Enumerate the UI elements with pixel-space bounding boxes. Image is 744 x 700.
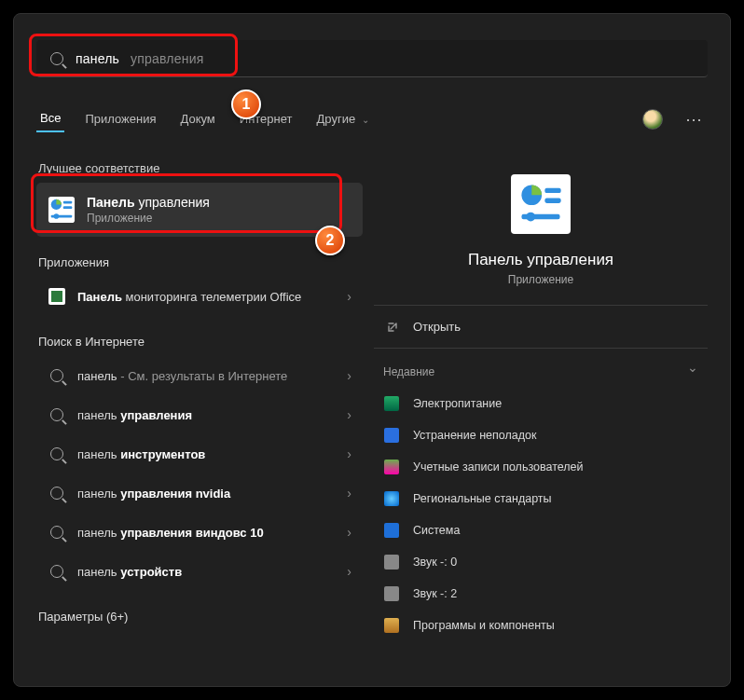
svg-rect-9	[544, 188, 560, 193]
recent-item-label: Региональные стандарты	[413, 492, 552, 505]
svg-point-12	[526, 213, 535, 222]
web-result-text: панель инструментов	[77, 447, 336, 461]
chevron-right-icon: ›	[347, 486, 351, 501]
app-result-row[interactable]: Панель мониторинга телеметрии Office ›	[36, 277, 363, 316]
open-label: Открыть	[413, 320, 461, 334]
recent-item-label: Электропитание	[413, 397, 502, 410]
results-left-column: Лучшее соответствие Панель управления Пр…	[36, 154, 363, 631]
chevron-down-icon[interactable]: ⌄	[687, 360, 698, 375]
best-match-subtitle: Приложение	[87, 212, 210, 225]
tab-apps[interactable]: Приложения	[81, 106, 159, 131]
user-avatar[interactable]	[642, 109, 663, 130]
control-panel-icon	[48, 196, 76, 224]
recent-item[interactable]: Звук -: 0	[374, 546, 708, 578]
search-icon	[48, 405, 66, 424]
web-result-text: панель устройств	[77, 565, 336, 579]
details-right-panel: Панель управления Приложение Открыть ⌄ Н…	[374, 154, 708, 641]
programs-icon	[383, 617, 400, 634]
web-group-label: Поиск в Интернете	[38, 335, 363, 349]
chevron-right-icon: ›	[347, 446, 351, 461]
web-result-row[interactable]: панель инструментов ›	[36, 434, 363, 474]
tab-web[interactable]: Интернет	[236, 106, 296, 131]
apps-group-label: Приложения	[38, 255, 363, 269]
open-action[interactable]: Открыть	[374, 306, 708, 349]
tab-more[interactable]: Другие ⌄	[313, 106, 373, 131]
web-result-text: панель управления виндовс 10	[77, 526, 336, 540]
power-icon	[383, 395, 400, 412]
chevron-right-icon: ›	[347, 407, 351, 422]
recent-item-label: Устранение неполадок	[413, 429, 536, 442]
chevron-down-icon: ⌄	[359, 115, 369, 125]
best-match-item[interactable]: Панель управления Приложение	[36, 183, 363, 237]
open-icon	[383, 318, 402, 336]
users-icon	[383, 459, 400, 475]
recent-item-label: Учетные записи пользователей	[413, 460, 584, 474]
region-icon	[383, 490, 400, 507]
web-result-row[interactable]: панель - См. результаты в Интернете ›	[36, 356, 363, 395]
search-icon	[48, 562, 66, 581]
recent-item-label: Звук -: 2	[413, 587, 457, 600]
recent-item-label: Система	[413, 524, 460, 537]
search-icon	[48, 49, 66, 68]
recent-item[interactable]: Система	[374, 515, 708, 546]
web-result-row[interactable]: панель управления виндовс 10 ›	[36, 513, 363, 552]
recent-item[interactable]: Устранение неполадок	[374, 419, 708, 451]
control-panel-icon	[511, 174, 571, 234]
web-result-text: панель управления	[77, 408, 336, 422]
search-suggestion-text: управления	[131, 51, 203, 66]
svg-point-5	[54, 213, 60, 219]
svg-rect-3	[63, 206, 72, 209]
search-typed-text: панель	[76, 51, 119, 66]
svg-rect-7	[51, 291, 62, 302]
chevron-right-icon: ›	[347, 289, 351, 304]
troubleshoot-icon	[383, 427, 400, 444]
chevron-right-icon: ›	[347, 525, 351, 540]
recent-item[interactable]: Программы и компоненты	[374, 610, 708, 641]
svg-rect-0	[48, 197, 75, 223]
search-window: панельуправления Все Приложения Докум Ин…	[13, 13, 731, 687]
svg-rect-10	[544, 199, 560, 203]
sound-icon	[383, 585, 400, 602]
chevron-right-icon: ›	[347, 368, 351, 383]
recent-item[interactable]: Региональные стандарты	[374, 483, 708, 515]
tab-all[interactable]: Все	[36, 105, 64, 132]
details-header: Панель управления Приложение	[374, 154, 708, 286]
sound-icon	[383, 554, 400, 570]
recent-item[interactable]: Электропитание	[374, 388, 708, 419]
search-icon	[48, 484, 66, 502]
office-telemetry-icon	[48, 287, 66, 306]
more-menu-button[interactable]: ⋯	[680, 109, 708, 130]
search-icon	[48, 445, 66, 463]
web-result-text: панель - См. результаты в Интернете	[77, 369, 336, 383]
search-icon	[48, 366, 66, 385]
recent-item-label: Программы и компоненты	[413, 619, 555, 632]
recent-item[interactable]: Учетные записи пользователей	[374, 451, 708, 483]
best-match-title: Панель управления	[87, 195, 210, 210]
web-result-row[interactable]: панель управления ›	[36, 395, 363, 434]
system-icon	[383, 522, 400, 539]
search-bar[interactable]: панельуправления	[36, 40, 708, 77]
best-match-label: Лучшее соответствие	[38, 161, 363, 175]
app-result-text: Панель мониторинга телеметрии Office	[77, 290, 336, 304]
tab-documents[interactable]: Докум	[176, 106, 218, 131]
details-subtitle: Приложение	[508, 273, 573, 286]
recent-item[interactable]: Звук -: 2	[374, 578, 708, 610]
web-result-row[interactable]: панель управления nvidia ›	[36, 474, 363, 513]
search-icon	[48, 523, 66, 542]
svg-rect-2	[63, 201, 72, 204]
web-result-text: панель управления nvidia	[77, 487, 336, 501]
recent-label: Недавние	[383, 365, 708, 378]
chevron-right-icon: ›	[347, 564, 351, 579]
recent-item-label: Звук -: 0	[413, 556, 457, 569]
settings-group-label: Параметры (6+)	[38, 610, 363, 624]
web-result-row[interactable]: панель устройств ›	[36, 552, 363, 591]
tab-more-label: Другие	[317, 112, 356, 126]
details-title: Панель управления	[468, 251, 613, 269]
search-tabs: Все Приложения Докум Интернет Другие ⌄ ⋯	[36, 105, 708, 132]
